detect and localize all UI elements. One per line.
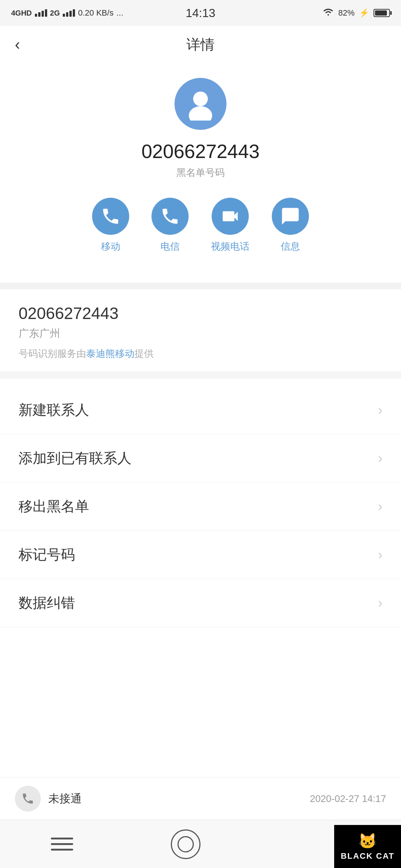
chevron-right-icon-5: › <box>378 595 382 611</box>
menu-section: 新建联系人 › 添加到已有联系人 › 移出黑名单 › 标记号码 › 数据纠错 › <box>0 386 401 627</box>
nav-home-button[interactable] <box>167 829 204 859</box>
action-message: 信息 <box>272 198 309 253</box>
phone-icon-2 <box>160 206 180 226</box>
service-text-suffix: 提供 <box>134 348 154 359</box>
avatar-icon <box>184 87 217 121</box>
section-divider-1 <box>0 283 401 289</box>
page-title: 详情 <box>186 35 215 54</box>
nav-bar: 🐱 BLACK CAT <box>0 820 401 868</box>
back-button[interactable]: ‹ <box>15 36 20 53</box>
phone-icon <box>101 206 121 226</box>
recent-call-left: 未接通 <box>15 786 82 812</box>
avatar <box>175 78 226 130</box>
status-right: 82% ⚡ <box>323 7 390 19</box>
call-datetime: 2020-02-27 14:17 <box>310 793 386 805</box>
svg-point-1 <box>189 106 212 121</box>
menu-item-remove-blacklist[interactable]: 移出黑名单 › <box>0 483 401 531</box>
call-icon-circle <box>15 786 41 812</box>
battery-percent: 82% <box>338 8 355 18</box>
action-mobile: 移动 <box>92 198 129 253</box>
video-label: 视频电话 <box>211 240 250 253</box>
recent-call-bar: 未接通 2020-02-27 14:17 <box>0 777 401 820</box>
message-button[interactable] <box>272 198 309 235</box>
chevron-right-icon-3: › <box>378 499 382 514</box>
action-buttons: 移动 电信 视频电话 信息 <box>92 194 309 272</box>
blackcat-icon: 🐱 <box>358 832 377 850</box>
video-icon <box>220 206 240 226</box>
info-location: 广东广州 <box>19 326 382 341</box>
menu-item-new-contact-label: 新建联系人 <box>19 401 89 420</box>
menu-item-add-existing[interactable]: 添加到已有联系人 › <box>0 434 401 483</box>
nav-menu-button[interactable] <box>43 829 81 859</box>
action-video: 视频电话 <box>211 198 250 253</box>
menu-item-data-correction[interactable]: 数据纠错 › <box>0 579 401 627</box>
mobile-call-button[interactable] <box>92 198 129 235</box>
signal-bars-1 <box>35 9 47 17</box>
info-section: 02066272443 广东广州 号码识别服务由泰迪熊移动提供 <box>0 289 401 371</box>
blackcat-logo: 🐱 BLACK CAT <box>334 825 401 868</box>
charge-icon: ⚡ <box>359 8 369 18</box>
telecom-label: 电信 <box>160 240 180 253</box>
blackcat-text: BLACK CAT <box>341 851 395 861</box>
chevron-right-icon-4: › <box>378 547 382 563</box>
menu-item-remove-blacklist-label: 移出黑名单 <box>19 497 89 516</box>
call-type: 未接通 <box>48 791 82 806</box>
info-phone-number: 02066272443 <box>19 304 382 323</box>
menu-item-new-contact[interactable]: 新建联系人 › <box>0 386 401 434</box>
home-icon <box>171 829 200 859</box>
telecom-call-button[interactable] <box>151 198 189 235</box>
service-text-prefix: 号码识别服务由 <box>19 348 86 359</box>
missed-call-icon <box>21 792 35 805</box>
video-call-button[interactable] <box>212 198 249 235</box>
hamburger-icon <box>51 838 73 851</box>
header: ‹ 详情 <box>0 26 401 63</box>
section-divider-2 <box>0 371 401 379</box>
status-left: 4GHD 2G 0.20 KB/s ... <box>11 8 123 18</box>
blackcat-logo-container: 🐱 BLACK CAT <box>291 823 358 866</box>
network-2g: 2G <box>50 9 60 17</box>
menu-item-data-correction-label: 数据纠错 <box>19 594 75 612</box>
service-provider-link[interactable]: 泰迪熊移动 <box>86 348 134 359</box>
chevron-right-icon-2: › <box>378 451 382 466</box>
menu-item-mark-number-label: 标记号码 <box>19 545 75 564</box>
contact-phone-number: 02066272443 <box>141 140 260 162</box>
info-service: 号码识别服务由泰迪熊移动提供 <box>19 347 382 360</box>
status-bar: 4GHD 2G 0.20 KB/s ... 14:13 82% ⚡ <box>0 0 401 26</box>
blacklist-tag: 黑名单号码 <box>176 166 225 179</box>
chevron-right-icon: › <box>378 402 382 418</box>
message-label: 信息 <box>281 240 300 253</box>
status-time: 14:13 <box>186 6 215 20</box>
wifi-icon <box>323 7 334 19</box>
profile-section: 02066272443 黑名单号码 移动 电信 <box>0 63 401 283</box>
menu-item-mark-number[interactable]: 标记号码 › <box>0 531 401 579</box>
network-4g: 4GHD <box>11 9 32 17</box>
dots: ... <box>117 8 123 18</box>
menu-item-add-existing-label: 添加到已有联系人 <box>19 449 131 468</box>
message-icon <box>280 206 300 226</box>
signal-bars-2 <box>63 9 75 17</box>
network-speed: 0.20 KB/s <box>78 8 113 18</box>
battery-icon <box>374 9 390 17</box>
mobile-label: 移动 <box>101 240 120 253</box>
action-telecom: 电信 <box>151 198 189 253</box>
home-inner <box>177 836 194 852</box>
bottom-section: 未接通 2020-02-27 14:17 🐱 BLACK CAT <box>0 777 401 868</box>
svg-point-0 <box>193 92 208 106</box>
